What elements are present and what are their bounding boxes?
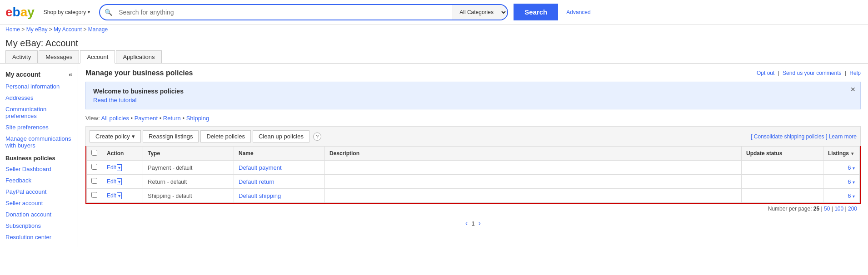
- per-page-100[interactable]: 100: [834, 206, 843, 212]
- pagination-prev-button[interactable]: ‹: [465, 219, 468, 227]
- listings-arrow-2[interactable]: ▾: [853, 180, 855, 185]
- category-select[interactable]: All Categories: [453, 5, 507, 20]
- content-header: Manage your business policies Opt out | …: [85, 69, 861, 77]
- sidebar-item-site-prefs[interactable]: Site preferences: [0, 122, 78, 133]
- opt-out-link[interactable]: Opt out: [757, 70, 774, 76]
- listings-sort-icon[interactable]: ▾: [851, 151, 853, 156]
- tab-applications[interactable]: Applications: [116, 50, 161, 63]
- sidebar: My account « Personal information Addres…: [0, 64, 78, 247]
- row-type-text-2: Return: [148, 178, 165, 185]
- main-layout: My account « Personal information Addres…: [0, 64, 868, 247]
- tab-account[interactable]: Account: [80, 50, 115, 64]
- policy-name-link-1[interactable]: Default payment: [239, 164, 282, 171]
- row-type-suffix-3: - default: [172, 193, 192, 199]
- per-page-50[interactable]: 50: [824, 206, 830, 212]
- breadcrumb-home[interactable]: Home: [5, 26, 20, 33]
- filter-all-policies[interactable]: All policies: [101, 115, 129, 122]
- shop-by-label: Shop by category: [44, 9, 86, 15]
- breadcrumb-myaccount[interactable]: My Account: [54, 26, 82, 33]
- sidebar-item-paypal-account[interactable]: PayPal account: [0, 186, 78, 197]
- reassign-listings-button[interactable]: Reassign listings: [143, 130, 199, 142]
- sidebar-item-seller-dashboard[interactable]: Seller Dashboard: [0, 163, 78, 175]
- filter-return[interactable]: Return: [163, 115, 181, 122]
- row-checkbox-2[interactable]: [91, 178, 97, 184]
- delete-policies-button[interactable]: Delete policies: [200, 130, 251, 142]
- search-icon: 🔍: [100, 9, 117, 16]
- tab-messages[interactable]: Messages: [39, 50, 79, 63]
- tab-activity[interactable]: Activity: [5, 50, 38, 63]
- listings-arrow-1[interactable]: ▾: [853, 166, 855, 171]
- help-link[interactable]: Help: [849, 70, 861, 76]
- filter-shipping[interactable]: Shipping: [186, 115, 210, 122]
- listings-count-1: 6: [848, 164, 851, 171]
- row-name-1: Default payment: [234, 161, 325, 175]
- row-listings-2: 6 ▾: [823, 175, 860, 189]
- sidebar-collapse-button[interactable]: «: [69, 71, 72, 78]
- policy-name-link-3[interactable]: Default shipping: [239, 192, 281, 199]
- filter-payment[interactable]: Payment: [135, 115, 158, 122]
- th-action: Action: [102, 147, 143, 161]
- learn-more-link[interactable]: Learn more: [829, 133, 857, 140]
- send-comments-link[interactable]: Send us your comments: [783, 70, 841, 76]
- edit-dropdown-arrow-2[interactable]: ▾: [117, 178, 122, 185]
- row-action-1: Edit ▾: [102, 161, 143, 175]
- sidebar-item-subscriptions[interactable]: Subscriptions: [0, 220, 78, 231]
- th-listings: Listings ▾: [823, 147, 860, 161]
- sidebar-item-donation-account[interactable]: Donation account: [0, 209, 78, 220]
- breadcrumb: Home > My eBay > My Account > Manage: [0, 25, 868, 34]
- create-policy-label: Create policy: [95, 133, 130, 140]
- breadcrumb-manage[interactable]: Manage: [88, 26, 108, 33]
- row-checkbox-3[interactable]: [91, 192, 97, 198]
- page-title: My eBay: Account: [0, 34, 868, 50]
- row-type-text-3: Shipping: [148, 192, 171, 199]
- sidebar-item-resolution-center[interactable]: Resolution center: [0, 231, 78, 243]
- sidebar-item-addresses[interactable]: Addresses: [0, 92, 78, 103]
- policy-name-link-2[interactable]: Default return: [239, 178, 274, 185]
- ebay-logo: e b a y: [5, 6, 35, 19]
- create-policy-button[interactable]: Create policy ▾: [90, 130, 141, 142]
- row-status-2: [742, 175, 823, 189]
- search-button[interactable]: Search: [514, 4, 558, 20]
- shop-by-category[interactable]: Shop by category ▾: [44, 9, 90, 15]
- edit-link-2[interactable]: Edit: [107, 178, 116, 185]
- content-area: Manage your business policies Opt out | …: [78, 64, 868, 247]
- edit-link-1[interactable]: Edit: [107, 164, 116, 171]
- pagination-next-button[interactable]: ›: [479, 219, 481, 227]
- per-page-25[interactable]: 25: [813, 206, 819, 212]
- row-action-2: Edit ▾: [102, 175, 143, 189]
- edit-dropdown-3: Edit ▾: [107, 192, 122, 199]
- sidebar-item-seller-account[interactable]: Seller account: [0, 197, 78, 209]
- close-banner-icon[interactable]: ✕: [850, 86, 856, 93]
- row-checkbox-1[interactable]: [91, 164, 97, 170]
- row-type-2: Return - default: [143, 175, 234, 189]
- chevron-down-icon: ▾: [88, 10, 90, 15]
- consolidate-shipping-link[interactable]: [ Consolidate shipping policies ]: [751, 133, 827, 140]
- sidebar-item-manage-comms[interactable]: Manage communications with buyers: [0, 133, 78, 151]
- sidebar-item-feedback[interactable]: Feedback: [0, 175, 78, 186]
- row-checkbox-cell-2: [87, 175, 102, 189]
- sidebar-item-comm-prefs[interactable]: Communication preferences: [0, 103, 78, 122]
- breadcrumb-myebay[interactable]: My eBay: [26, 26, 48, 33]
- help-icon[interactable]: ?: [313, 133, 321, 141]
- row-checkbox-cell-1: [87, 161, 102, 175]
- row-desc-1: [325, 161, 742, 175]
- row-type-1: Payment - default: [143, 161, 234, 175]
- clean-up-policies-button[interactable]: Clean up policies: [253, 130, 309, 142]
- search-input[interactable]: [117, 5, 453, 20]
- row-type-3: Shipping - default: [143, 189, 234, 203]
- row-name-3: Default shipping: [234, 189, 325, 203]
- row-listings-1: 6 ▾: [823, 161, 860, 175]
- listings-arrow-3[interactable]: ▾: [853, 194, 855, 199]
- per-page-200[interactable]: 200: [848, 206, 857, 212]
- edit-link-3[interactable]: Edit: [107, 192, 116, 199]
- edit-dropdown-arrow-3[interactable]: ▾: [117, 192, 122, 199]
- read-tutorial-link[interactable]: Read the tutorial: [93, 97, 136, 103]
- listings-count-2: 6: [848, 178, 851, 185]
- advanced-link[interactable]: Advanced: [566, 9, 590, 15]
- edit-dropdown-arrow-1[interactable]: ▾: [117, 164, 122, 171]
- select-all-checkbox[interactable]: [91, 150, 97, 156]
- sidebar-item-personal-info[interactable]: Personal information: [0, 81, 78, 92]
- per-page-label: Number per page:: [768, 206, 812, 212]
- content-links: Opt out | Send us your comments | Help: [757, 70, 861, 76]
- th-type: Type: [143, 147, 234, 161]
